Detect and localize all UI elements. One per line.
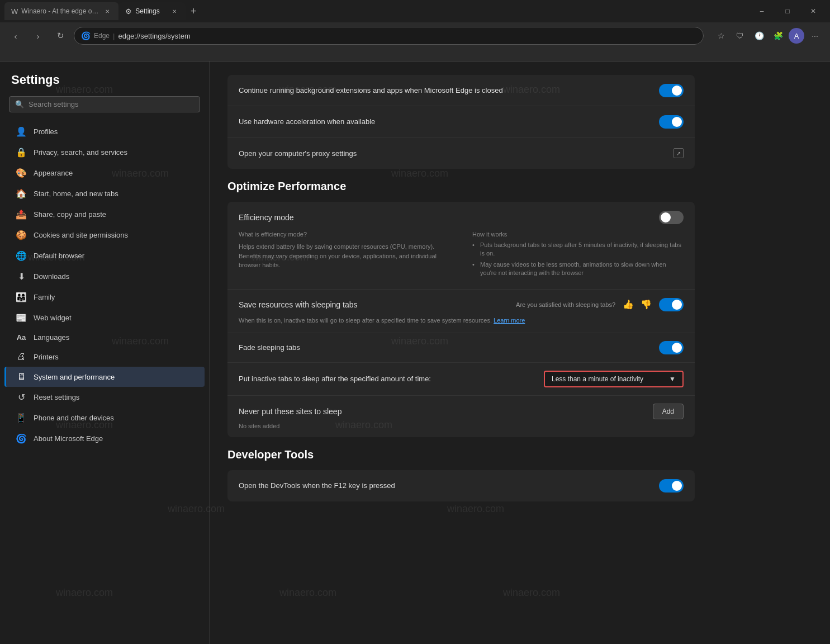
tab-icon-winaero: W xyxy=(11,7,18,16)
shield-icon[interactable]: 🛡 xyxy=(732,27,748,44)
proxy-external-link[interactable]: ↗ xyxy=(674,148,684,158)
efficiency-how-title: How it works xyxy=(472,231,684,238)
hardware-acceleration-row: Use hardware acceleration when available xyxy=(227,106,695,138)
tab-active-label: Settings xyxy=(135,7,159,15)
phone-icon: 📱 xyxy=(16,413,27,423)
extension-icon[interactable]: 🧩 xyxy=(770,27,786,44)
sidebar-item-label: Default browser xyxy=(34,252,84,260)
cookies-icon: 🍪 xyxy=(16,230,27,240)
widget-icon: 📰 xyxy=(16,312,27,323)
maximize-button[interactable]: □ xyxy=(775,2,800,20)
efficiency-toggle[interactable] xyxy=(659,211,684,224)
sidebar-item-cookies[interactable]: 🍪 Cookies and site permissions xyxy=(4,225,205,245)
sidebar-item-label: Downloads xyxy=(34,272,69,281)
inactive-tabs-row: Put inactive tabs to sleep after the spe… xyxy=(227,363,695,396)
developer-section: Open the DevTools when the F12 key is pr… xyxy=(227,470,695,501)
tab-bar: W Winaero - At the edge of tweaki... ✕ ⚙… xyxy=(0,0,830,22)
sidebar-item-reset[interactable]: ↺ Reset settings xyxy=(4,387,205,408)
efficiency-content: What is efficiency mode? Helps extend ba… xyxy=(239,231,684,280)
content-inner: Continue running background extensions a… xyxy=(210,61,713,526)
thumbs-down-button[interactable]: 👎 xyxy=(639,297,653,312)
window-controls: – □ ✕ xyxy=(750,2,826,20)
fade-sleeping-row: Fade sleeping tabs xyxy=(227,333,695,363)
tab-close-active[interactable]: ✕ xyxy=(170,7,179,16)
tab-inactive[interactable]: W Winaero - At the edge of tweaki... ✕ xyxy=(4,2,118,20)
new-tab-button[interactable]: + xyxy=(186,3,201,19)
share-icon: 📤 xyxy=(16,209,27,220)
address-text: edge://settings/system xyxy=(118,32,190,40)
sleeping-tabs-desc: When this is on, inactive tabs will go t… xyxy=(239,316,684,325)
devtools-row: Open the DevTools when the F12 key is pr… xyxy=(227,470,695,501)
forward-button[interactable]: › xyxy=(29,27,47,45)
minimize-button[interactable]: – xyxy=(750,2,774,20)
hardware-acceleration-toggle[interactable] xyxy=(659,115,684,129)
sidebar-item-profiles[interactable]: 👤 Profiles xyxy=(4,121,205,142)
inactive-tabs-label: Put inactive tabs to sleep after the spe… xyxy=(239,375,537,383)
sidebar-item-label: Reset settings xyxy=(34,393,79,401)
optimize-section: Efficiency mode What is efficiency mode?… xyxy=(227,202,695,437)
appearance-icon: 🎨 xyxy=(16,168,27,178)
sidebar-item-downloads[interactable]: ⬇ Downloads xyxy=(4,266,205,287)
tab-active[interactable]: ⚙ Settings ✕ xyxy=(118,2,186,20)
browser-chrome: W Winaero - At the edge of tweaki... ✕ ⚙… xyxy=(0,0,830,61)
devtools-label: Open the DevTools when the F12 key is pr… xyxy=(239,481,652,490)
content-area: Continue running background extensions a… xyxy=(210,61,830,644)
nav-bar: ‹ › ↻ 🌀 Edge | edge://settings/system ☆ … xyxy=(0,22,830,49)
sidebar-item-languages[interactable]: Aa Languages xyxy=(4,328,205,347)
sidebar: Settings 🔍 👤 Profiles 🔒 Privacy, search,… xyxy=(0,61,210,644)
sidebar-item-system[interactable]: 🖥 System and performance xyxy=(4,367,205,387)
sidebar-item-start[interactable]: 🏠 Start, home, and new tabs xyxy=(4,183,205,204)
sleeping-tabs-row: Save resources with sleeping tabs Are yo… xyxy=(227,290,695,333)
efficiency-left: What is efficiency mode? Helps extend ba… xyxy=(239,231,450,280)
fade-sleeping-toggle[interactable] xyxy=(659,341,684,354)
sidebar-item-label: System and performance xyxy=(34,373,115,381)
sidebar-title: Settings xyxy=(0,73,209,96)
tab-close-inactive[interactable]: ✕ xyxy=(103,7,112,16)
tab-inactive-label: Winaero - At the edge of tweaki... xyxy=(21,7,99,15)
sidebar-item-share[interactable]: 📤 Share, copy and paste xyxy=(4,204,205,225)
history-icon[interactable]: 🕐 xyxy=(751,27,767,44)
sidebar-item-about[interactable]: 🌀 About Microsoft Edge xyxy=(4,428,205,449)
efficiency-title: Efficiency mode xyxy=(239,213,294,222)
menu-icon[interactable]: ··· xyxy=(807,27,823,44)
refresh-button[interactable]: ↻ xyxy=(51,27,69,45)
about-icon: 🌀 xyxy=(16,433,27,444)
sidebar-item-label: Privacy, search, and services xyxy=(34,148,127,157)
edge-label: Edge xyxy=(94,32,110,40)
sidebar-item-label: Web widget xyxy=(34,314,72,322)
search-box[interactable]: 🔍 xyxy=(9,96,200,112)
address-bar[interactable]: 🌀 Edge | edge://settings/system xyxy=(74,27,704,45)
learn-more-link[interactable]: Learn more xyxy=(494,317,525,324)
sidebar-item-privacy[interactable]: 🔒 Privacy, search, and services xyxy=(4,142,205,163)
dropdown-value: Less than a minute of inactivity xyxy=(552,375,643,383)
inactive-tabs-dropdown[interactable]: Less than a minute of inactivity ▼ xyxy=(544,371,684,387)
back-button[interactable]: ‹ xyxy=(7,27,25,45)
sleeping-tabs-left: Save resources with sleeping tabs xyxy=(239,300,357,309)
sleeping-tabs-header: Save resources with sleeping tabs Are yo… xyxy=(239,297,684,312)
efficiency-right: How it works Puts background tabs to sle… xyxy=(472,231,684,280)
sidebar-item-label: Profiles xyxy=(34,127,58,136)
background-extensions-toggle[interactable] xyxy=(659,84,684,97)
sidebar-item-family[interactable]: 👨‍👩‍👧 Family xyxy=(4,287,205,307)
search-input[interactable] xyxy=(29,100,194,108)
sidebar-item-label: Family xyxy=(34,293,55,301)
sleeping-tabs-toggle[interactable] xyxy=(659,298,684,311)
sidebar-item-widget[interactable]: 📰 Web widget xyxy=(4,307,205,328)
sidebar-item-default[interactable]: 🌐 Default browser xyxy=(4,245,205,266)
dropdown-arrow-icon: ▼ xyxy=(669,375,676,383)
close-button[interactable]: ✕ xyxy=(801,2,826,20)
satisfaction-buttons: 👍 👎 xyxy=(621,297,653,312)
never-sleep-title: Never put these sites to sleep xyxy=(239,407,342,416)
optimize-section-title: Optimize Performance xyxy=(227,180,695,193)
add-site-button[interactable]: Add xyxy=(653,404,684,419)
sidebar-item-label: Start, home, and new tabs xyxy=(34,190,118,198)
sidebar-item-phone[interactable]: 📱 Phone and other devices xyxy=(4,408,205,428)
thumbs-up-button[interactable]: 👍 xyxy=(621,297,635,312)
devtools-toggle[interactable] xyxy=(659,479,684,493)
sidebar-item-appearance[interactable]: 🎨 Appearance xyxy=(4,163,205,183)
sidebar-item-printers[interactable]: 🖨 Printers xyxy=(4,347,205,367)
sidebar-item-label: Printers xyxy=(34,353,59,361)
avatar[interactable]: A xyxy=(789,28,804,44)
favorites-icon[interactable]: ☆ xyxy=(713,27,729,44)
background-extensions-row: Continue running background extensions a… xyxy=(227,75,695,106)
